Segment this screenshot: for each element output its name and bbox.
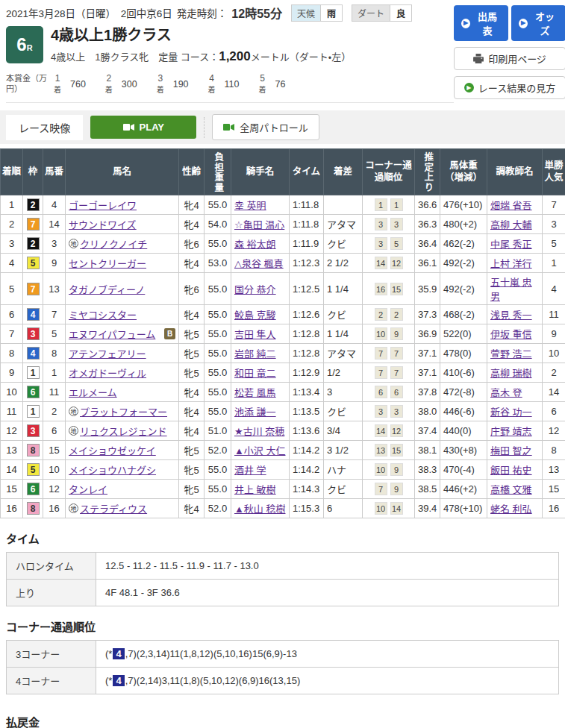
last-furlongs-label: 上り: [7, 580, 96, 606]
horse-name-link[interactable]: ミヤコシスター: [69, 307, 137, 321]
trainer-link[interactable]: 高木 登: [490, 387, 522, 398]
estimated-last3f: 39.4: [415, 499, 440, 518]
trainer-link[interactable]: 伊坂 重信: [490, 329, 532, 340]
corner3-position: 3: [375, 237, 387, 250]
print-page-button[interactable]: 印刷用ページ: [454, 47, 565, 70]
horse-name-cell: ミヤコシスター: [66, 305, 179, 324]
jockey-link[interactable]: 吉田 隼人: [234, 329, 276, 340]
jockey-link[interactable]: 岩部 純二: [234, 348, 276, 360]
frame-number-cell: 5: [23, 254, 43, 273]
jockey-link[interactable]: 井上 敏樹: [234, 484, 276, 495]
prize-row: 本賞金（万円） 1着7602着3003着1904着1105着76: [6, 73, 454, 103]
jockey-link[interactable]: 池添 謙一: [234, 407, 276, 418]
trainer-link[interactable]: 蛯名 利弘: [490, 503, 532, 515]
estimated-last3f: 37.3: [415, 305, 440, 324]
trainer-link[interactable]: 梅田 智之: [490, 445, 532, 456]
margin: クビ: [324, 402, 363, 421]
frame-number-cell: 5: [23, 460, 43, 480]
finish-position: 9: [1, 363, 23, 383]
tab-race-video[interactable]: レース映像: [6, 115, 83, 140]
race-number-suffix: R: [27, 43, 33, 52]
jockey-link[interactable]: ☆亀田 温心: [234, 219, 284, 230]
jockey-link[interactable]: ▲小沢 大仁: [234, 445, 285, 456]
horse-name-link[interactable]: ゴーゴーレイワ: [69, 198, 137, 212]
carried-weight: 55.0: [205, 344, 231, 363]
horse-name-link[interactable]: アテンフェアリー: [69, 346, 146, 360]
trainer-link[interactable]: 庄野 靖志: [490, 426, 532, 437]
prize-amount: 760: [70, 79, 86, 90]
entry-table-button[interactable]: ▶ 出馬表: [454, 5, 508, 41]
regional-horse-icon: 地: [69, 239, 78, 248]
trainer-link[interactable]: 高柳 大輔: [490, 219, 532, 230]
horse-name-cell: サウンドワイズ: [66, 215, 179, 234]
jockey-link[interactable]: 松若 風馬: [234, 387, 276, 398]
horse-name-link[interactable]: ステラディウス: [80, 501, 147, 515]
margin: アタマ: [324, 344, 363, 363]
horse-name-link[interactable]: エルメーム: [69, 385, 117, 399]
horse-name-cell: 地リュクスレジェンド: [66, 421, 179, 441]
table-row: ハロンタイム 12.5 - 11.2 - 11.5 - 11.9 - 11.7 …: [7, 553, 559, 580]
win-popularity: 1: [543, 254, 565, 273]
trainer-link[interactable]: 新谷 功一: [490, 407, 532, 418]
prize-place: 2着: [105, 73, 113, 95]
horse-name-wrap: サウンドワイズ: [69, 217, 175, 231]
horse-weight: 492(-2): [440, 273, 487, 305]
patrol-video-button[interactable]: 全周パトロール: [212, 114, 319, 140]
jockey-cell: 森 裕太朗: [231, 234, 290, 254]
horse-name-link[interactable]: メイショウゼッケイ: [69, 443, 156, 457]
race-number-badge: 6R: [6, 26, 43, 63]
furlong-time-label: ハロンタイム: [7, 553, 96, 580]
corner4-position: 15: [390, 283, 403, 295]
horse-name-link[interactable]: クリノクノイチ: [80, 236, 147, 251]
horse-weight: 468(-2): [440, 305, 487, 324]
jockey-cell: 幸 英明: [231, 195, 290, 215]
corner4-position: 6: [390, 386, 403, 398]
horse-name-link[interactable]: エヌワイパフューム: [69, 327, 155, 341]
jockey-link[interactable]: 和田 竜二: [234, 368, 276, 379]
finish-time: 1:13.5: [290, 402, 324, 421]
horse-name-link[interactable]: タガノブディーノ: [69, 282, 145, 296]
jockey-link[interactable]: 森 裕太朗: [234, 239, 276, 250]
trainer-link[interactable]: 畑端 省吾: [490, 200, 532, 211]
trainer-link[interactable]: 高柳 瑞樹: [490, 368, 532, 379]
horse-name-link[interactable]: サウンドワイズ: [69, 217, 137, 231]
odds-button[interactable]: ▶ オッズ: [511, 5, 565, 41]
horse-name-link[interactable]: メイショウハナグシ: [69, 462, 156, 477]
corner4-value: (*4,7)(2,14)3,11(1,8)(5,10,12)(6,9)16(13…: [96, 668, 559, 694]
frame-number-badge: 3: [27, 424, 40, 437]
trainer-link[interactable]: 高橋 文雅: [490, 484, 532, 495]
jockey-link[interactable]: ▲秋山 稔樹: [234, 503, 285, 515]
play-button[interactable]: PLAY: [90, 116, 196, 139]
finish-position: 12: [1, 421, 23, 441]
horse-name-link[interactable]: プラットフォーマー: [80, 404, 167, 418]
finish-time: 1:14.2: [290, 460, 324, 480]
win-popularity: 2: [543, 363, 565, 383]
trainer-link[interactable]: 萱野 浩二: [490, 348, 532, 360]
jockey-link[interactable]: 酒井 学: [234, 465, 266, 476]
jockey-link[interactable]: 国分 恭介: [234, 284, 276, 295]
jockey-link[interactable]: ★古川 奈穂: [234, 426, 284, 437]
trainer-link[interactable]: 中尾 秀正: [490, 239, 532, 250]
trainer-link[interactable]: 上村 洋行: [490, 258, 532, 269]
horse-name-link[interactable]: セントクリーガー: [69, 256, 146, 270]
horse-weight: 492(-2): [440, 254, 487, 273]
horse-name-link[interactable]: リュクスレジェンド: [80, 424, 167, 438]
jockey-link[interactable]: 鮫島 克駿: [234, 310, 276, 321]
jockey-link[interactable]: △泉谷 楓真: [234, 258, 284, 269]
prize-amount: 76: [275, 79, 286, 90]
horse-name-link[interactable]: オメガドーヴィル: [69, 365, 146, 380]
jockey-link[interactable]: 幸 英明: [234, 200, 266, 211]
horse-name-link[interactable]: タンレイ: [69, 482, 107, 496]
result-guide-button[interactable]: ▶ レース結果の見方: [454, 76, 565, 99]
play-label: PLAY: [140, 122, 164, 133]
horse-name-cell: 地プラットフォーマー: [66, 402, 179, 421]
trainer-link[interactable]: 五十嵐 忠男: [490, 277, 532, 302]
win-popularity: 12: [543, 421, 565, 441]
trainer-link[interactable]: 飯田 祐史: [490, 465, 532, 476]
win-popularity: 3: [543, 215, 565, 234]
horse-number: 1: [43, 363, 66, 383]
prize-place-number: 3: [157, 73, 163, 84]
trainer-link[interactable]: 浅見 秀一: [490, 310, 532, 321]
frame-number-badge: 5: [27, 463, 40, 476]
result-row: 16816地ステラディウス牝452.0▲秋山 稔樹1:15.36101439.4…: [1, 499, 565, 518]
